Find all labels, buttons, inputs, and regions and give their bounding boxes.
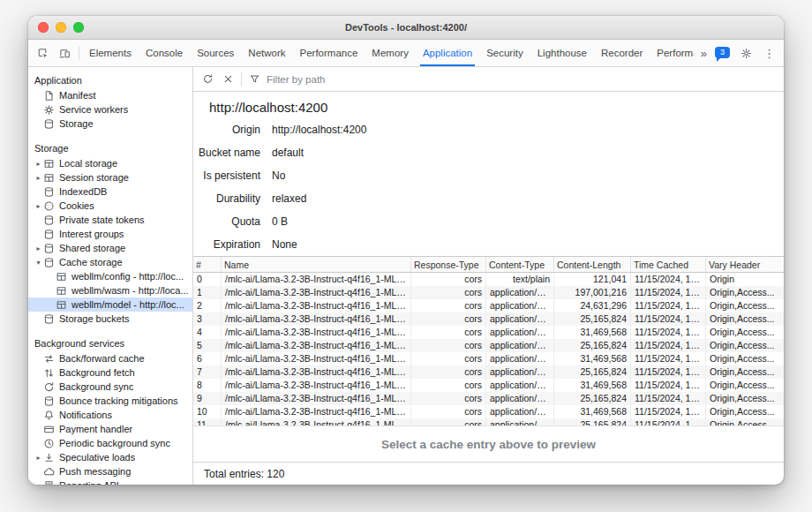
- sidebar-item-storage[interactable]: Storage: [28, 117, 192, 131]
- sidebar-item-webllm-model-http-loc[interactable]: webllm/model - http://loc...: [28, 297, 192, 312]
- tab-security[interactable]: Security: [479, 40, 530, 66]
- kebab-menu-icon[interactable]: ⋮: [758, 42, 780, 64]
- cache-entry-row[interactable]: 8/mlc-ai/Llama-3.2-3B-Instruct-q4f16_1-M…: [193, 379, 784, 392]
- sidebar-item-back-forward-cache[interactable]: Back/forward cache: [28, 351, 192, 365]
- cell-time-cached: 11/15/2024, 10...: [631, 326, 706, 339]
- devtools-window: DevTools - localhost:4200/ ElementsConso…: [28, 16, 784, 485]
- cell-vary-header: Origin,Access...: [706, 365, 785, 379]
- close-window-button[interactable]: [38, 22, 49, 33]
- meta-value: No: [272, 169, 285, 182]
- sidebar-item-private-state-tokens[interactable]: Private state tokens: [28, 213, 192, 227]
- sidebar-item-label: Speculative loads: [59, 452, 135, 463]
- cell-: 10: [193, 405, 222, 418]
- tab-label: Network: [248, 48, 285, 58]
- sidebar-item-storage-buckets[interactable]: Storage buckets: [28, 312, 192, 326]
- tab-lighthouse[interactable]: Lighthouse: [530, 40, 594, 66]
- cache-entry-row[interactable]: 0/mlc-ai/Llama-3.2-3B-Instruct-q4f16_1-M…: [193, 273, 784, 287]
- cache-entry-row[interactable]: 2/mlc-ai/Llama-3.2-3B-Instruct-q4f16_1-M…: [193, 299, 784, 312]
- disclosure-collapsed-icon[interactable]: ▸: [34, 160, 43, 168]
- sidebar-item-service-workers[interactable]: Service workers: [28, 102, 192, 117]
- tab-label: Sources: [197, 48, 234, 58]
- sidebar-item-cookies[interactable]: ▸Cookies: [28, 199, 192, 213]
- disclosure-collapsed-icon[interactable]: ▸: [34, 202, 43, 210]
- tab-recorder[interactable]: Recorder: [594, 40, 650, 66]
- sidebar-section-title: Application: [28, 70, 192, 88]
- tab-network[interactable]: Network: [241, 40, 292, 66]
- delete-selected-icon[interactable]: [218, 69, 238, 89]
- tab-elements[interactable]: Elements: [82, 40, 139, 66]
- tab-performance[interactable]: Performance: [293, 40, 365, 66]
- cache-entry-row[interactable]: 9/mlc-ai/Llama-3.2-3B-Instruct-q4f16_1-M…: [193, 392, 784, 405]
- sidebar-item-payment-handler[interactable]: Payment handler: [28, 422, 192, 436]
- sidebar-item-webllm-config-http-loc[interactable]: webllm/config - http://loc...: [28, 269, 192, 283]
- device-toolbar-icon[interactable]: [54, 42, 76, 64]
- refresh-icon[interactable]: [198, 69, 218, 89]
- cell-content-type: application/oc...: [486, 418, 554, 425]
- tab-performance-insights[interactable]: Performance insights: [650, 40, 693, 66]
- tab-sources[interactable]: Sources: [190, 40, 241, 66]
- column-header-time-cached[interactable]: Time Cached: [631, 257, 706, 273]
- sidebar-item-cache-storage[interactable]: ▾Cache storage: [28, 255, 192, 269]
- sidebar-item-notifications[interactable]: Notifications: [28, 408, 192, 422]
- cell-time-cached: 11/15/2024, 10...: [631, 379, 706, 392]
- sidebar-item-label: Periodic background sync: [59, 438, 170, 448]
- cache-entry-row[interactable]: 10/mlc-ai/Llama-3.2-3B-Instruct-q4f16_1-…: [193, 405, 784, 418]
- cell-time-cached: 11/15/2024, 10...: [631, 418, 706, 425]
- sidebar-item-push-messaging[interactable]: Push messaging: [28, 464, 192, 478]
- column-header-content-length[interactable]: Content-Length: [554, 257, 631, 273]
- inspect-element-icon[interactable]: [32, 42, 54, 64]
- sidebar-item-session-storage[interactable]: ▸Session storage: [28, 170, 192, 184]
- filter-by-path-input[interactable]: Filter by path: [267, 74, 325, 85]
- disclosure-collapsed-icon[interactable]: ▸: [34, 454, 43, 462]
- console-messages-badge[interactable]: 3: [715, 47, 730, 58]
- column-header-response-type[interactable]: Response-Type: [411, 257, 486, 273]
- sidebar-item-local-storage[interactable]: ▸Local storage: [28, 156, 192, 170]
- tab-console[interactable]: Console: [139, 40, 190, 66]
- sidebar-item-indexeddb[interactable]: IndexedDB: [28, 184, 192, 199]
- column-header-name[interactable]: Name: [222, 257, 411, 273]
- disclosure-collapsed-icon[interactable]: ▸: [34, 174, 43, 182]
- cell-time-cached: 11/15/2024, 10...: [631, 312, 706, 326]
- cell-: 11: [193, 418, 222, 425]
- column-header-content-type[interactable]: Content-Type: [486, 257, 554, 273]
- cache-entry-row[interactable]: 1/mlc-ai/Llama-3.2-3B-Instruct-q4f16_1-M…: [193, 286, 784, 299]
- maximize-window-button[interactable]: [73, 22, 84, 33]
- cell-: 4: [193, 326, 222, 339]
- disclosure-expanded-icon[interactable]: ▾: [34, 259, 43, 267]
- column-header-vary-header[interactable]: Vary Header: [706, 257, 785, 273]
- cell-name: /mlc-ai/Llama-3.2-3B-Instruct-q4f16_1-ML…: [222, 312, 411, 326]
- sidebar-item-background-fetch[interactable]: Background fetch: [28, 365, 192, 380]
- cell-: 1: [193, 286, 222, 299]
- cache-entry-row[interactable]: 11/mlc-ai/Llama-3.2-3B-Instruct-q4f16_1-…: [193, 418, 784, 425]
- tab-memory[interactable]: Memory: [365, 40, 416, 66]
- cell-time-cached: 11/15/2024, 10...: [631, 273, 706, 287]
- settings-gear-icon[interactable]: [735, 42, 757, 64]
- more-tabs-chevron[interactable]: »: [697, 47, 710, 60]
- cache-entry-row[interactable]: 4/mlc-ai/Llama-3.2-3B-Instruct-q4f16_1-M…: [193, 326, 784, 339]
- tab-application[interactable]: Application: [416, 40, 479, 66]
- sidebar-item-webllm-wasm-http-loca[interactable]: webllm/wasm - http://loca...: [28, 283, 192, 297]
- sidebar-item-speculative-loads[interactable]: ▸Speculative loads: [28, 450, 192, 464]
- meta-value: None: [272, 238, 297, 251]
- disclosure-collapsed-icon[interactable]: ▸: [34, 245, 43, 252]
- cache-entry-row[interactable]: 7/mlc-ai/Llama-3.2-3B-Instruct-q4f16_1-M…: [193, 365, 784, 379]
- cache-meta-row-durability: Durabilityrelaxed: [193, 187, 784, 210]
- cache-entry-row[interactable]: 6/mlc-ai/Llama-3.2-3B-Instruct-q4f16_1-M…: [193, 352, 784, 365]
- cache-entry-row[interactable]: 3/mlc-ai/Llama-3.2-3B-Instruct-q4f16_1-M…: [193, 312, 784, 326]
- sidebar-item-bounce-tracking-mitigations[interactable]: Bounce tracking mitigations: [28, 394, 192, 408]
- column-header-[interactable]: #: [193, 257, 222, 273]
- cache-entry-row[interactable]: 5/mlc-ai/Llama-3.2-3B-Instruct-q4f16_1-M…: [193, 339, 784, 352]
- sidebar-item-periodic-background-sync[interactable]: Periodic background sync: [28, 436, 192, 450]
- sidebar-item-shared-storage[interactable]: ▸Shared storage: [28, 241, 192, 255]
- meta-label: Bucket name: [193, 147, 260, 159]
- minimize-window-button[interactable]: [56, 22, 66, 33]
- sidebar-item-background-sync[interactable]: Background sync: [28, 380, 192, 394]
- titlebar[interactable]: DevTools - localhost:4200/: [28, 16, 784, 40]
- sidebar-item-reporting-api[interactable]: Reporting API: [28, 478, 192, 485]
- cell-vary-header: Origin,Access...: [706, 392, 785, 405]
- cell-name: /mlc-ai/Llama-3.2-3B-Instruct-q4f16_1-ML…: [222, 405, 411, 418]
- tab-label: Memory: [372, 48, 409, 58]
- cell-name: /mlc-ai/Llama-3.2-3B-Instruct-q4f16_1-ML…: [222, 352, 411, 365]
- sidebar-item-manifest[interactable]: Manifest: [28, 88, 192, 102]
- sidebar-item-interest-groups[interactable]: Interest groups: [28, 227, 192, 241]
